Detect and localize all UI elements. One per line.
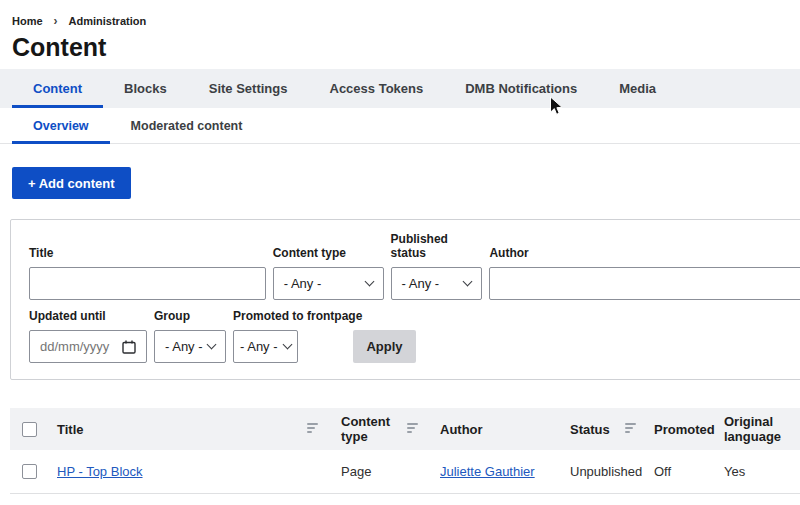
column-header-author[interactable]: Author xyxy=(440,422,483,437)
subtab-overview[interactable]: Overview xyxy=(12,108,110,143)
promoted-filter-label: Promoted to frontpage xyxy=(233,309,298,323)
column-header-original-language[interactable]: Original language xyxy=(724,414,800,444)
column-header-title[interactable]: Title xyxy=(57,422,84,437)
calendar-icon[interactable] xyxy=(122,340,136,354)
updated-until-date-field[interactable] xyxy=(29,330,147,363)
author-filter-input[interactable] xyxy=(489,267,800,300)
group-select[interactable]: - Any - xyxy=(154,330,226,363)
group-filter-label: Group xyxy=(154,309,226,323)
group-filter: Group - Any - xyxy=(154,309,226,363)
chevron-down-icon xyxy=(283,340,293,350)
content-type-value: Page xyxy=(341,464,371,479)
content-type-filter-label: Content type xyxy=(273,246,384,260)
content-type-select[interactable]: - Any - xyxy=(273,267,384,300)
content-table: Title Content type Author Status Promote… xyxy=(10,408,800,505)
promoted-value: Off xyxy=(654,464,671,479)
tab-media[interactable]: Media xyxy=(598,69,677,108)
promoted-filter: Promoted to frontpage - Any - xyxy=(233,309,298,363)
column-header-status[interactable]: Status xyxy=(570,422,610,437)
filter-panel: Title Content type - Any - Published sta… xyxy=(10,219,800,380)
updated-until-filter-label: Updated until xyxy=(29,309,147,323)
chevron-down-icon xyxy=(463,277,473,287)
author-filter: Author xyxy=(489,246,800,300)
title-filter-label: Title xyxy=(29,246,266,260)
page-title: Content xyxy=(12,33,800,62)
subtab-moderated-content[interactable]: Moderated content xyxy=(110,108,264,143)
chevron-down-icon xyxy=(207,340,217,350)
select-all-checkbox[interactable] xyxy=(22,422,37,437)
column-header-content-type[interactable]: Content type xyxy=(341,414,407,444)
apply-button[interactable]: Apply xyxy=(353,330,416,363)
updated-until-date-input[interactable] xyxy=(40,339,118,354)
tab-blocks[interactable]: Blocks xyxy=(103,69,188,108)
content-type-filter: Content type - Any - xyxy=(273,246,384,300)
table-row: HP - Solutions Page Juliette Gauthier Un… xyxy=(10,494,800,505)
tab-content[interactable]: Content xyxy=(12,69,103,108)
column-header-promoted[interactable]: Promoted xyxy=(654,422,715,437)
title-filter-input[interactable] xyxy=(29,267,266,300)
author-filter-label: Author xyxy=(489,246,800,260)
content-title-link[interactable]: HP - Top Block xyxy=(57,464,143,479)
table-header-row: Title Content type Author Status Promote… xyxy=(10,408,800,450)
published-status-filter: Published status - Any - xyxy=(391,232,483,300)
table-row: HP - Top Block Page Juliette Gauthier Un… xyxy=(10,450,800,494)
promoted-select[interactable]: - Any - xyxy=(233,330,298,363)
breadcrumb-current[interactable]: Administration xyxy=(69,15,147,27)
updated-until-filter: Updated until xyxy=(29,309,147,363)
sort-icon[interactable] xyxy=(625,423,636,435)
original-language-value: Yes xyxy=(724,464,745,479)
breadcrumb: Home › Administration xyxy=(0,0,800,28)
primary-tabs: Content Blocks Site Settings Access Toke… xyxy=(0,69,800,108)
row-checkbox[interactable] xyxy=(22,464,37,479)
author-link[interactable]: Juliette Gauthier xyxy=(440,464,535,479)
breadcrumb-home-link[interactable]: Home xyxy=(12,15,43,27)
breadcrumb-separator-icon: › xyxy=(54,14,58,28)
tab-access-tokens[interactable]: Access Tokens xyxy=(309,69,445,108)
status-value: Unpublished xyxy=(570,464,642,479)
published-status-select[interactable]: - Any - xyxy=(391,267,483,300)
secondary-tabs: Overview Moderated content xyxy=(0,108,800,144)
chevron-down-icon xyxy=(364,277,374,287)
sort-icon[interactable] xyxy=(307,423,318,435)
published-status-filter-label: Published status xyxy=(391,232,483,260)
tab-dmb-notifications[interactable]: DMB Notifications xyxy=(444,69,598,108)
add-content-button[interactable]: + Add content xyxy=(12,167,131,199)
title-filter: Title xyxy=(29,246,266,300)
sort-icon[interactable] xyxy=(407,423,418,435)
tab-site-settings[interactable]: Site Settings xyxy=(188,69,309,108)
